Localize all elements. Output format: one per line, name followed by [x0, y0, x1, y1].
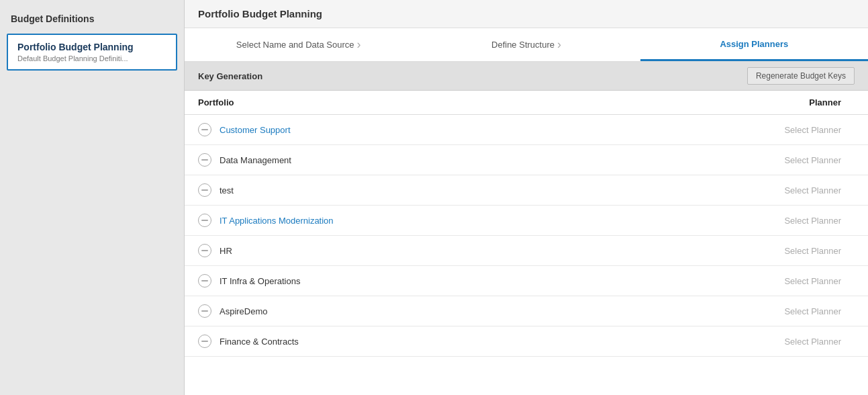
table-row: Finance & ContractsSelect Planner: [185, 326, 868, 357]
key-generation-label: Key Generation: [198, 71, 262, 81]
row-remove-icon[interactable]: [198, 274, 211, 288]
table-row: Data ManagementSelect Planner: [185, 145, 868, 175]
row-portfolio-name[interactable]: IT Applications Modernization: [220, 216, 634, 226]
row-portfolio-name: IT Infra & Operations: [220, 276, 634, 286]
key-generation-bar: Key Generation Regenerate Budget Keys: [185, 62, 868, 91]
table-row: AspireDemoSelect Planner: [185, 296, 868, 326]
table-row: IT Applications ModernizationSelect Plan…: [185, 206, 868, 236]
row-portfolio-name: HR: [220, 246, 634, 256]
row-select-planner[interactable]: Select Planner: [634, 125, 855, 135]
row-select-planner[interactable]: Select Planner: [634, 276, 855, 286]
sidebar-item-title: Portfolio Budget Planning: [17, 42, 166, 52]
main-header: Portfolio Budget Planning: [185, 0, 868, 28]
row-remove-icon[interactable]: [198, 183, 211, 197]
sidebar-item-subtitle: Default Budget Planning Definiti...: [17, 54, 166, 62]
row-select-planner[interactable]: Select Planner: [634, 246, 855, 256]
row-select-planner[interactable]: Select Planner: [634, 306, 855, 316]
wizard-steps: Select Name and Data Source › Define Str…: [185, 28, 868, 62]
table-row: Customer SupportSelect Planner: [185, 115, 868, 145]
regenerate-budget-keys-button[interactable]: Regenerate Budget Keys: [747, 67, 855, 85]
portfolio-planner-table: Portfolio Planner Customer SupportSelect…: [185, 91, 868, 395]
row-select-planner[interactable]: Select Planner: [634, 216, 855, 226]
row-remove-icon[interactable]: [198, 123, 211, 136]
row-portfolio-name: Data Management: [220, 155, 634, 165]
row-portfolio-name: AspireDemo: [220, 306, 634, 316]
row-portfolio-name[interactable]: Customer Support: [220, 125, 634, 135]
column-header-portfolio: Portfolio: [198, 97, 627, 107]
row-portfolio-name: test: [220, 185, 634, 195]
table-header-row: Portfolio Planner: [185, 91, 868, 115]
wizard-arrow-1: ›: [356, 38, 360, 52]
row-select-planner[interactable]: Select Planner: [634, 337, 855, 347]
wizard-step-define-structure[interactable]: Define Structure ›: [412, 28, 640, 61]
table-rows-container: Customer SupportSelect PlannerData Manag…: [185, 115, 868, 357]
row-remove-icon[interactable]: [198, 244, 211, 257]
table-row: testSelect Planner: [185, 175, 868, 206]
wizard-arrow-2: ›: [557, 38, 561, 52]
row-portfolio-name: Finance & Contracts: [220, 337, 634, 347]
wizard-step-select-name[interactable]: Select Name and Data Source ›: [185, 28, 412, 61]
wizard-step-assign-planners[interactable]: Assign Planners: [640, 28, 868, 61]
row-select-planner[interactable]: Select Planner: [634, 185, 855, 195]
row-remove-icon[interactable]: [198, 335, 211, 348]
row-remove-icon[interactable]: [198, 214, 211, 227]
main-content: Portfolio Budget Planning Select Name an…: [185, 0, 868, 395]
table-row: IT Infra & OperationsSelect Planner: [185, 266, 868, 296]
sidebar-item-portfolio-budget-planning[interactable]: Portfolio Budget Planning Default Budget…: [7, 34, 177, 71]
sidebar: Budget Definitions Portfolio Budget Plan…: [0, 0, 185, 395]
row-remove-icon[interactable]: [198, 153, 211, 167]
table-row: HRSelect Planner: [185, 236, 868, 266]
row-remove-icon[interactable]: [198, 304, 211, 318]
sidebar-header: Budget Definitions: [0, 7, 184, 34]
row-select-planner[interactable]: Select Planner: [634, 155, 855, 165]
column-header-planner: Planner: [627, 97, 855, 107]
